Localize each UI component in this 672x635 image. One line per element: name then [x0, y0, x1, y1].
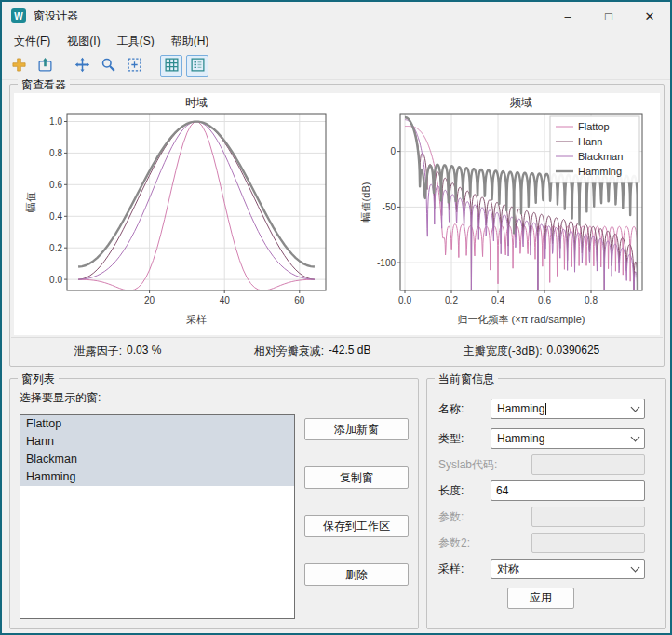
menu-view[interactable]: 视图(I): [59, 31, 108, 52]
delete-window-button[interactable]: 删除: [304, 563, 409, 586]
legend-icon: [190, 57, 206, 75]
svg-text:0.0: 0.0: [398, 295, 411, 305]
chevron-down-icon: [631, 432, 640, 441]
info-group-title: 当前窗信息: [435, 372, 498, 387]
syslab-code-field: [531, 454, 645, 475]
app-window: W 窗设计器 – □ ✕ 文件(F) 视图(I) 工具(S) 帮助(H): [0, 0, 672, 635]
svg-text:0.6: 0.6: [49, 180, 62, 190]
list-group-title: 窗列表: [18, 372, 59, 387]
viewer-group-title: 窗查看器: [18, 77, 70, 93]
legend-toggle-button[interactable]: [186, 55, 208, 77]
svg-text:0.8: 0.8: [585, 295, 598, 305]
export-window-button[interactable]: [34, 55, 56, 77]
param-label: 参数:: [438, 507, 464, 527]
svg-text:Hann: Hann: [578, 136, 602, 147]
name-combo[interactable]: Hamming: [491, 399, 645, 419]
title-bar[interactable]: W 窗设计器 – □ ✕: [2, 2, 670, 30]
type-combo[interactable]: Hamming: [491, 428, 645, 449]
name-label: 名称:: [438, 399, 464, 419]
svg-text:0: 0: [390, 146, 396, 156]
svg-text:20: 20: [144, 295, 155, 305]
leakage-factor-stat: 泄露因子: 0.03 %: [74, 344, 162, 359]
list-item-hann[interactable]: Hann: [20, 433, 294, 451]
param2-label: 参数2:: [438, 533, 470, 553]
svg-text:0.2: 0.2: [445, 295, 458, 305]
param2-field: [531, 533, 645, 553]
menu-bar: 文件(F) 视图(I) 工具(S) 帮助(H): [2, 30, 670, 52]
text-caret: [545, 403, 546, 415]
window-listbox[interactable]: Flattop Hann Blackman Hamming: [20, 414, 295, 619]
new-window-icon: [11, 57, 27, 75]
window-viewer-group: 窗查看器 2040600.00.20.40.60.81.0时域采样幅值 0.00…: [9, 84, 665, 367]
export-window-icon: [37, 57, 53, 75]
svg-text:幅值: 幅值: [25, 192, 36, 212]
menu-help[interactable]: 帮助(H): [163, 31, 218, 52]
close-button[interactable]: ✕: [629, 2, 670, 30]
svg-text:归一化频率 (×π rad/sample): 归一化频率 (×π rad/sample): [458, 314, 585, 325]
svg-text:-50: -50: [383, 202, 396, 212]
apply-button[interactable]: 应用: [507, 588, 574, 609]
list-item-blackman[interactable]: Blackman: [20, 451, 294, 468]
sidelobe-attenuation-stat: 相对旁瓣衰减: -42.5 dB: [254, 344, 371, 359]
grid-icon: [164, 57, 180, 75]
svg-text:0.6: 0.6: [538, 295, 551, 305]
svg-text:40: 40: [220, 295, 231, 305]
svg-text:0.4: 0.4: [491, 295, 504, 305]
window-list-group: 窗列表 选择要显示的窗: Flattop Hann Blackman Hammi…: [9, 378, 419, 629]
pan-button[interactable]: [71, 55, 93, 77]
mainlobe-width-stat: 主瓣宽度(-3dB): 0.0390625: [464, 344, 599, 359]
sampling-label: 采样:: [438, 559, 464, 579]
toolbar: [2, 52, 670, 80]
figure-panel: 2040600.00.20.40.60.81.0时域采样幅值 0.00.20.4…: [14, 93, 660, 335]
svg-text:Blackman: Blackman: [578, 151, 623, 162]
svg-text:频域: 频域: [509, 96, 532, 109]
grid-toggle-button[interactable]: [160, 55, 182, 77]
app-icon: W: [11, 8, 26, 23]
svg-text:时域: 时域: [185, 96, 208, 109]
length-label: 长度:: [438, 480, 464, 501]
svg-text:0.4: 0.4: [49, 211, 62, 222]
chevron-down-icon: [631, 562, 640, 572]
select-windows-label: 选择要显示的窗:: [20, 390, 101, 406]
svg-text:Flattop: Flattop: [578, 121, 610, 132]
add-window-button[interactable]: 添加新窗: [304, 418, 409, 440]
stats-bar: 泄露因子: 0.03 % 相对旁瓣衰减: -42.5 dB 主瓣宽度(-3dB)…: [11, 337, 663, 365]
chevron-down-icon: [631, 402, 640, 412]
list-item-flattop[interactable]: Flattop: [20, 415, 294, 433]
list-item-hamming[interactable]: Hamming: [20, 468, 294, 486]
frequency-domain-plot[interactable]: 0.00.20.40.60.80-50-100频域归一化频率 (×π rad/s…: [359, 93, 650, 335]
svg-text:0.8: 0.8: [49, 148, 62, 158]
window-title: 窗设计器: [34, 8, 78, 24]
svg-text:Hamming: Hamming: [578, 166, 622, 177]
svg-text:-100: -100: [377, 258, 396, 268]
param-field: [531, 507, 645, 527]
current-window-info-group: 当前窗信息 名称: Hamming 类型: Hamming Syslab代码: …: [426, 378, 666, 629]
menu-file[interactable]: 文件(F): [6, 31, 59, 52]
length-field[interactable]: [491, 480, 645, 501]
syslab-code-label: Syslab代码:: [438, 454, 497, 475]
pan-icon: [74, 57, 90, 75]
time-domain-plot[interactable]: 2040600.00.20.40.60.81.0时域采样幅值: [24, 93, 335, 335]
zoom-button[interactable]: [97, 55, 119, 77]
fit-view-icon: [127, 57, 142, 75]
svg-text:W: W: [14, 11, 23, 21]
maximize-button[interactable]: □: [588, 2, 629, 30]
menu-tools[interactable]: 工具(S): [109, 31, 163, 52]
svg-text:1.0: 1.0: [49, 116, 62, 127]
svg-text:0.0: 0.0: [49, 275, 62, 285]
svg-text:幅值(dB): 幅值(dB): [360, 182, 371, 223]
minimize-button[interactable]: –: [547, 2, 588, 30]
type-label: 类型:: [438, 428, 464, 449]
fit-view-button[interactable]: [123, 55, 145, 77]
svg-text:0.2: 0.2: [49, 243, 62, 253]
svg-text:采样: 采样: [186, 314, 207, 325]
copy-window-button[interactable]: 复制窗: [304, 466, 409, 489]
new-window-button[interactable]: [7, 55, 30, 77]
zoom-icon: [101, 57, 116, 75]
sampling-combo[interactable]: 对称: [491, 559, 645, 579]
svg-text:60: 60: [294, 295, 305, 305]
save-to-workspace-button[interactable]: 保存到工作区: [304, 515, 409, 537]
